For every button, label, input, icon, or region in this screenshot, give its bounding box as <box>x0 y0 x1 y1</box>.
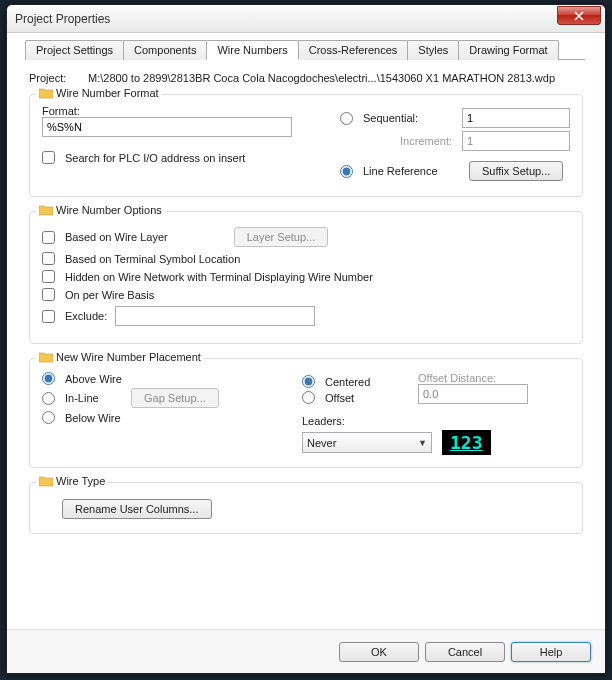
project-path-row: Project: M:\2800 to 2899\2813BR Coca Col… <box>29 72 583 84</box>
folder-icon <box>39 351 53 363</box>
format-input[interactable] <box>42 117 292 137</box>
group-title-wiretype: Wire Type <box>36 475 108 487</box>
offset-radio[interactable] <box>302 391 315 404</box>
ok-button[interactable]: OK <box>339 642 419 662</box>
increment-label: Increment: <box>340 135 456 147</box>
line-reference-label: Line Reference <box>363 165 463 177</box>
group-title-placement: New Wire Number Placement <box>36 351 204 363</box>
search-plc-label: Search for PLC I/O address on insert <box>65 152 245 164</box>
above-wire-radio[interactable] <box>42 372 55 385</box>
chevron-down-icon: ▼ <box>418 438 427 448</box>
sequential-label: Sequential: <box>363 112 456 124</box>
exclude-input[interactable] <box>115 306 315 326</box>
below-wire-radio[interactable] <box>42 411 55 424</box>
format-label: Format: <box>42 105 300 117</box>
project-properties-dialog: Project Properties Project Settings Comp… <box>6 4 606 674</box>
tab-drawing-format[interactable]: Drawing Format <box>458 40 558 60</box>
based-layer-label: Based on Wire Layer <box>65 231 168 243</box>
folder-icon <box>39 475 53 487</box>
in-line-radio[interactable] <box>42 392 55 405</box>
per-wire-checkbox[interactable] <box>42 288 55 301</box>
group-title-options: Wire Number Options <box>36 204 165 216</box>
tab-strip: Project Settings Components Wire Numbers… <box>25 39 585 60</box>
exclude-label: Exclude: <box>65 310 107 322</box>
titlebar: Project Properties <box>7 5 605 33</box>
offset-distance-label: Offset Distance: <box>418 372 528 384</box>
preview-box: 123 <box>442 430 491 455</box>
tab-content: Project: M:\2800 to 2899\2813BR Coca Col… <box>7 60 605 608</box>
leaders-select[interactable]: Never ▼ <box>302 432 432 453</box>
below-wire-label: Below Wire <box>65 412 121 424</box>
group-wire-number-format: Wire Number Format Format: Search for PL… <box>29 94 583 197</box>
project-path: M:\2800 to 2899\2813BR Coca Cola Nacogdo… <box>88 72 555 84</box>
centered-label: Centered <box>325 376 370 388</box>
layer-setup-button[interactable]: Layer Setup... <box>234 227 329 247</box>
window-title: Project Properties <box>13 12 110 26</box>
centered-radio[interactable] <box>302 375 315 388</box>
dialog-footer: OK Cancel Help <box>7 629 605 673</box>
search-plc-checkbox[interactable] <box>42 151 55 164</box>
project-label: Project: <box>29 72 85 84</box>
group-wire-number-placement: New Wire Number Placement Above Wire In-… <box>29 358 583 468</box>
hidden-network-label: Hidden on Wire Network with Terminal Dis… <box>65 271 373 283</box>
close-button[interactable] <box>557 6 601 25</box>
gap-setup-button[interactable]: Gap Setup... <box>131 388 219 408</box>
suffix-setup-button[interactable]: Suffix Setup... <box>469 161 563 181</box>
based-terminal-checkbox[interactable] <box>42 252 55 265</box>
per-wire-label: On per Wire Basis <box>65 289 154 301</box>
based-terminal-label: Based on Terminal Symbol Location <box>65 253 240 265</box>
based-layer-checkbox[interactable] <box>42 231 55 244</box>
close-icon <box>574 11 584 21</box>
cancel-button[interactable]: Cancel <box>425 642 505 662</box>
tab-project-settings[interactable]: Project Settings <box>25 40 124 60</box>
sequential-radio[interactable] <box>340 112 353 125</box>
tab-cross-references[interactable]: Cross-References <box>298 40 409 60</box>
tab-components[interactable]: Components <box>123 40 207 60</box>
in-line-label: In-Line <box>65 392 125 404</box>
rename-user-columns-button[interactable]: Rename User Columns... <box>62 499 212 519</box>
above-wire-label: Above Wire <box>65 373 122 385</box>
hidden-network-checkbox[interactable] <box>42 270 55 283</box>
tab-wire-numbers[interactable]: Wire Numbers <box>206 40 298 60</box>
folder-icon <box>39 204 53 216</box>
line-reference-radio[interactable] <box>340 165 353 178</box>
exclude-checkbox[interactable] <box>42 310 55 323</box>
offset-distance-input[interactable] <box>418 384 528 404</box>
folder-icon <box>39 87 53 99</box>
group-wire-type: Wire Type Rename User Columns... <box>29 482 583 534</box>
help-button[interactable]: Help <box>511 642 591 662</box>
increment-input[interactable] <box>462 131 570 151</box>
group-wire-number-options: Wire Number Options Based on Wire Layer … <box>29 211 583 344</box>
leaders-label: Leaders: <box>302 415 562 427</box>
group-title-format: Wire Number Format <box>36 87 162 99</box>
sequential-input[interactable] <box>462 108 570 128</box>
offset-label: Offset <box>325 392 354 404</box>
tab-styles[interactable]: Styles <box>407 40 459 60</box>
